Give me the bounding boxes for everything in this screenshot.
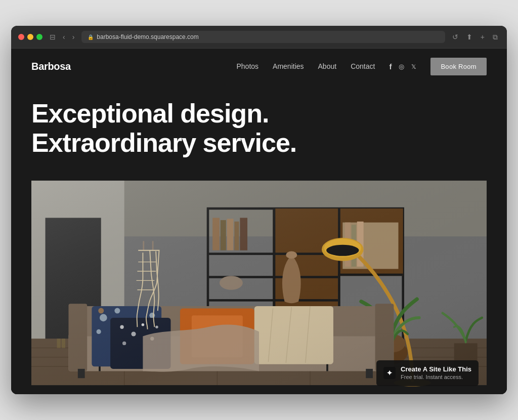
nav-about[interactable]: About: [318, 62, 337, 70]
maximize-button[interactable]: [36, 34, 42, 40]
site-header: Barbosa Photos Amenities About Contact B…: [11, 49, 507, 84]
squarespace-badge[interactable]: ✦ Create A Site Like This Free trial. In…: [376, 360, 479, 386]
address-bar[interactable]: 🔒 barbosa-fluid-demo.squarespace.com: [81, 31, 445, 43]
browser-controls: ⊟ ‹ ›: [48, 32, 76, 41]
facebook-icon[interactable]: [389, 62, 392, 71]
social-icons: [389, 62, 416, 71]
back-button[interactable]: ‹: [61, 32, 67, 41]
hero-headline-line1: Exceptional design.: [31, 99, 269, 128]
nav-contact[interactable]: Contact: [351, 62, 375, 70]
close-button[interactable]: [18, 34, 24, 40]
site-nav: Photos Amenities About Contact Book Room: [236, 58, 487, 75]
browser-chrome: ⊟ ‹ › 🔒 barbosa-fluid-demo.squarespace.c…: [11, 26, 507, 49]
lock-icon: 🔒: [88, 34, 94, 40]
site-logo[interactable]: Barbosa: [31, 61, 71, 72]
minimize-button[interactable]: [27, 34, 33, 40]
hero-section: Exceptional design. Extraordinary servic…: [11, 84, 507, 394]
hero-headline-line2: Extraordinary service.: [31, 128, 296, 157]
traffic-lights: [18, 34, 42, 40]
hero-headline: Exceptional design. Extraordinary servic…: [31, 99, 487, 157]
badge-subtitle: Free trial. Instant access.: [401, 373, 471, 381]
website-content: Barbosa Photos Amenities About Contact B…: [11, 49, 507, 394]
browser-actions: ↺ ⬆ + ⧉: [450, 32, 500, 43]
forward-button[interactable]: ›: [70, 32, 77, 41]
share-button[interactable]: ⬆: [464, 32, 474, 42]
browser-window: ⊟ ‹ › 🔒 barbosa-fluid-demo.squarespace.c…: [11, 26, 507, 394]
refresh-button[interactable]: ↺: [450, 32, 460, 42]
badge-title: Create A Site Like This: [401, 365, 471, 374]
duplicate-button[interactable]: ⧉: [491, 32, 500, 43]
url-text: barbosa-fluid-demo.squarespace.com: [97, 33, 198, 40]
squarespace-logo-icon: ✦: [383, 367, 396, 379]
hero-image: ✦ Create A Site Like This Free trial. In…: [31, 172, 487, 394]
squarespace-badge-text: Create A Site Like This Free trial. Inst…: [401, 365, 471, 381]
nav-amenities[interactable]: Amenities: [273, 62, 304, 70]
svg-rect-75: [31, 181, 487, 385]
tab-icon[interactable]: ⊟: [48, 32, 58, 41]
book-room-button[interactable]: Book Room: [430, 58, 487, 75]
twitter-icon[interactable]: [411, 62, 416, 70]
add-tab-button[interactable]: +: [479, 32, 487, 42]
nav-photos[interactable]: Photos: [236, 62, 258, 70]
instagram-icon[interactable]: [399, 62, 404, 70]
